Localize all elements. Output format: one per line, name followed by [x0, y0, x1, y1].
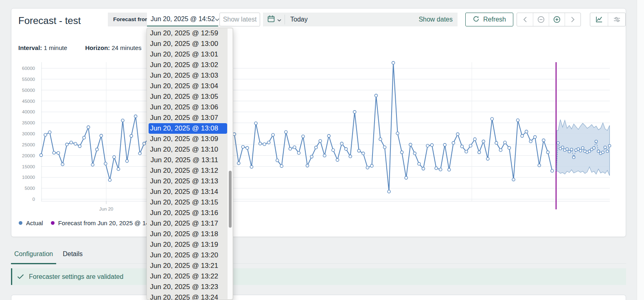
dropdown-item[interactable]: Jun 20, 2025 @ 13:17: [149, 218, 227, 229]
dropdown-item[interactable]: Jun 20, 2025 @ 13:22: [149, 271, 227, 282]
svg-text:60000: 60000: [22, 66, 35, 71]
calendar-icon: [267, 15, 275, 24]
dropdown-item[interactable]: Jun 20, 2025 @ 13:13: [149, 176, 227, 187]
svg-text:50000: 50000: [22, 88, 35, 93]
svg-text:25000: 25000: [22, 142, 35, 147]
dropdown-item[interactable]: Jun 20, 2025 @ 12:59: [149, 28, 227, 39]
svg-text:20000: 20000: [22, 153, 35, 158]
chevron-left-icon: [523, 17, 527, 22]
dropdown-item[interactable]: Jun 20, 2025 @ 13:01: [149, 49, 227, 60]
svg-text:35000: 35000: [22, 120, 35, 125]
validation-banner-text: Forecaster settings are validated: [29, 273, 123, 280]
svg-text:55000: 55000: [22, 77, 35, 82]
check-icon: [17, 274, 24, 279]
tab-configuration[interactable]: Configuration: [11, 250, 56, 263]
dropdown-item[interactable]: Jun 20, 2025 @ 13:07: [149, 113, 227, 123]
legend-item-actual[interactable]: Actual: [19, 220, 43, 226]
forecast-panel: Forecast - test Forecast from Jun 20, 20…: [11, 8, 626, 237]
dropdown-item[interactable]: Jun 20, 2025 @ 13:23: [149, 282, 227, 292]
dropdown-item[interactable]: Jun 20, 2025 @ 13:11: [149, 155, 227, 165]
chevron-down-icon: [215, 15, 219, 23]
dropdown-scrollbar-thumb[interactable]: [229, 171, 232, 228]
forecast-from-dropdown: Jun 20, 2025 @ 12:59Jun 20, 2025 @ 13:00…: [147, 28, 233, 300]
chart-options-button-group: [590, 13, 626, 26]
dropdown-scrollbar-track[interactable]: [228, 28, 232, 299]
dropdown-item[interactable]: Jun 20, 2025 @ 13:14: [149, 187, 227, 197]
chart-legend: Actual Forecast from Jun 20, 2025 @ 14:5…: [19, 220, 158, 226]
interval-label: Interval:: [18, 44, 42, 51]
svg-text:45000: 45000: [22, 99, 35, 104]
dropdown-item[interactable]: Jun 20, 2025 @ 13:12: [149, 165, 227, 176]
legend-dot-forecast: [51, 221, 55, 225]
tab-bar: Configuration Details: [11, 244, 626, 264]
forecast-meta: Interval: 1 minute Horizon: 24 minutes: [18, 44, 142, 51]
dropdown-item[interactable]: Jun 20, 2025 @ 13:21: [149, 261, 227, 271]
horizon-label: Horizon:: [85, 44, 110, 51]
chart-type-button[interactable]: [590, 13, 608, 26]
svg-text:0: 0: [33, 197, 35, 202]
horizon-value: 24 minutes: [112, 44, 141, 51]
forecast-chart: 0500010000150002000025000300003500040000…: [11, 9, 626, 237]
line-chart-icon: [595, 16, 603, 23]
svg-text:40000: 40000: [22, 109, 35, 114]
legend-item-forecast[interactable]: Forecast from Jun 20, 2025 @ 14:52: [51, 220, 158, 226]
chart-settings-button[interactable]: [608, 13, 625, 26]
show-latest-button[interactable]: Show latest: [219, 13, 260, 26]
dropdown-item[interactable]: Jun 20, 2025 @ 13:20: [149, 250, 227, 261]
dropdown-item[interactable]: Jun 20, 2025 @ 13:05: [149, 91, 227, 102]
divider: [285, 15, 285, 24]
validation-banner: Forecaster settings are validated: [11, 268, 626, 285]
svg-text:Jun 20: Jun 20: [99, 207, 114, 211]
pan-zoom-button-group: [517, 13, 581, 26]
refresh-icon: [473, 15, 480, 24]
dropdown-item[interactable]: Jun 20, 2025 @ 13:15: [149, 197, 227, 208]
zoom-out-icon: [537, 16, 545, 23]
page-scrollbar-track[interactable]: [637, 0, 644, 300]
chevron-down-icon: [277, 16, 281, 23]
legend-dot-actual: [19, 221, 22, 225]
calendar-button[interactable]: [267, 15, 281, 24]
dropdown-item[interactable]: Jun 20, 2025 @ 13:02: [149, 60, 227, 70]
tab-details[interactable]: Details: [59, 250, 86, 263]
chevron-right-icon: [571, 17, 575, 22]
pan-left-button[interactable]: [517, 13, 533, 26]
zoom-in-button[interactable]: [549, 13, 565, 26]
dropdown-item[interactable]: Jun 20, 2025 @ 13:24: [149, 292, 227, 300]
svg-text:10000: 10000: [22, 175, 35, 180]
svg-text:5000: 5000: [24, 186, 35, 191]
dropdown-item-selected[interactable]: Jun 20, 2025 @ 13:08: [149, 123, 227, 134]
pan-right-button[interactable]: [565, 13, 580, 26]
settings-sliders-icon: [613, 16, 621, 23]
svg-text:15000: 15000: [22, 164, 35, 169]
dropdown-item[interactable]: Jun 20, 2025 @ 13:06: [149, 102, 227, 113]
zoom-out-button[interactable]: [533, 13, 549, 26]
refresh-button[interactable]: Refresh: [465, 13, 513, 26]
configuration-card: [11, 295, 626, 300]
dropdown-item[interactable]: Jun 20, 2025 @ 13:04: [149, 81, 227, 91]
dropdown-item[interactable]: Jun 20, 2025 @ 13:18: [149, 229, 227, 239]
date-range-text: Today: [290, 16, 308, 23]
legend-label-actual: Actual: [26, 220, 43, 226]
forecast-from-input[interactable]: Jun 20, 2025 @ 14:52: [147, 13, 218, 26]
dropdown-list: Jun 20, 2025 @ 12:59Jun 20, 2025 @ 13:00…: [147, 28, 233, 300]
interval-value: 1 minute: [44, 44, 68, 51]
legend-label-forecast: Forecast from Jun 20, 2025 @ 14:52: [58, 220, 158, 226]
dropdown-item[interactable]: Jun 20, 2025 @ 13:16: [149, 208, 227, 218]
date-range-bar: Today Show dates: [263, 13, 458, 26]
dropdown-item[interactable]: Jun 20, 2025 @ 13:19: [149, 239, 227, 250]
svg-text:30000: 30000: [22, 131, 35, 136]
dropdown-item[interactable]: Jun 20, 2025 @ 13:10: [149, 144, 227, 155]
show-dates-link[interactable]: Show dates: [418, 16, 453, 23]
zoom-in-icon: [553, 16, 561, 23]
dropdown-item[interactable]: Jun 20, 2025 @ 13:00: [149, 39, 227, 49]
forecast-from-value: Jun 20, 2025 @ 14:52: [151, 15, 215, 23]
page-title: Forecast - test: [18, 15, 81, 26]
dropdown-item[interactable]: Jun 20, 2025 @ 13:03: [149, 70, 227, 81]
refresh-label: Refresh: [483, 16, 506, 23]
dropdown-item[interactable]: Jun 20, 2025 @ 13:09: [149, 134, 227, 144]
